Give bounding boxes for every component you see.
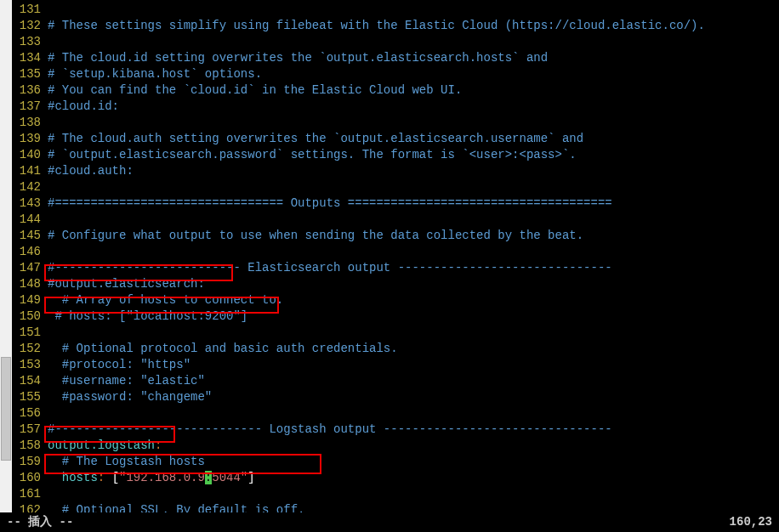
line-number: 150 xyxy=(14,308,41,325)
line-number: 142 xyxy=(14,179,41,195)
code-line[interactable]: 155 #password: "changeme" xyxy=(14,389,779,405)
code-editor[interactable]: 131132# These settings simplify using fi… xyxy=(0,0,779,532)
code-line[interactable]: 144 xyxy=(14,212,779,228)
line-number: 143 xyxy=(14,195,41,212)
line-number: 132 xyxy=(14,18,41,34)
line-content: # You can find the `cloud.id` in the Ela… xyxy=(48,82,462,99)
line-number: 139 xyxy=(14,131,41,147)
line-content: #username: "elastic" xyxy=(48,373,205,389)
line-content: # `setup.kibana.host` options. xyxy=(48,66,262,82)
code-line[interactable]: 134# The cloud.id setting overwrites the… xyxy=(14,50,779,66)
code-line[interactable]: 131 xyxy=(14,2,779,18)
line-content: #protocol: "https" xyxy=(48,357,190,373)
line-content: # hosts: ["localhost:9200"] xyxy=(48,308,247,325)
line-content: # Array of hosts to connect to. xyxy=(48,292,283,308)
line-number: 135 xyxy=(14,66,41,82)
code-line[interactable]: 158output.logstash: xyxy=(14,438,779,454)
line-number: 138 xyxy=(14,115,41,131)
code-line[interactable]: 138 xyxy=(14,115,779,131)
line-number: 144 xyxy=(14,212,41,228)
line-content: # The Logstash hosts xyxy=(48,454,205,470)
code-line[interactable]: 133 xyxy=(14,34,779,50)
line-number: 133 xyxy=(14,34,41,50)
line-number: 149 xyxy=(14,292,41,308)
code-line[interactable]: 132# These settings simplify using fileb… xyxy=(14,18,779,34)
line-number: 147 xyxy=(14,260,41,276)
code-line[interactable]: 136# You can find the `cloud.id` in the … xyxy=(14,82,779,99)
code-line[interactable]: 151 xyxy=(14,325,779,341)
code-line[interactable]: 161 xyxy=(14,486,779,502)
code-line[interactable]: 159 # The Logstash hosts xyxy=(14,454,779,470)
line-content: #cloud.id: xyxy=(48,99,119,115)
line-content: #================================ Output… xyxy=(48,195,612,212)
code-line[interactable]: 145# Configure what output to use when s… xyxy=(14,228,779,244)
line-content: # These settings simplify using filebeat… xyxy=(48,18,705,34)
line-content: # Optional protocol and basic auth crede… xyxy=(48,341,398,357)
code-line[interactable]: 141#cloud.auth: xyxy=(14,163,779,179)
line-number: 160 xyxy=(14,470,41,486)
code-line[interactable]: 140# `output.elasticsearch.password` set… xyxy=(14,147,779,163)
line-number: 145 xyxy=(14,228,41,244)
code-line[interactable]: 143#================================ Out… xyxy=(14,195,779,212)
vim-mode: -- 插入 -- xyxy=(7,514,73,530)
code-line[interactable]: 149 # Array of hosts to connect to. xyxy=(14,292,779,308)
line-number: 156 xyxy=(14,405,41,422)
line-number: 136 xyxy=(14,82,41,99)
code-line[interactable]: 156 xyxy=(14,405,779,422)
line-number: 161 xyxy=(14,486,41,502)
line-content: # Configure what output to use when send… xyxy=(48,228,583,244)
code-line[interactable]: 150 # hosts: ["localhost:9200"] xyxy=(14,308,779,325)
line-number: 148 xyxy=(14,276,41,292)
code-line[interactable]: 157#----------------------------- Logsta… xyxy=(14,422,779,438)
code-line[interactable]: 147#-------------------------- Elasticse… xyxy=(14,260,779,276)
line-number: 146 xyxy=(14,244,41,260)
line-number: 137 xyxy=(14,99,41,115)
code-line[interactable]: 146 xyxy=(14,244,779,260)
line-content: hosts: ["192.168.0.9:5044"] xyxy=(48,470,255,486)
code-line[interactable]: 137#cloud.id: xyxy=(14,99,779,115)
line-content: # `output.elasticsearch.password` settin… xyxy=(48,147,577,163)
code-line[interactable]: 148#output.elasticsearch: xyxy=(14,276,779,292)
code-line[interactable]: 142 xyxy=(14,179,779,195)
line-number: 153 xyxy=(14,357,41,373)
vim-cursor-position: 160,23 xyxy=(730,514,772,530)
line-number: 131 xyxy=(14,2,41,18)
line-number: 157 xyxy=(14,422,41,438)
line-number: 152 xyxy=(14,341,41,357)
line-content: #-------------------------- Elasticsearc… xyxy=(48,260,612,276)
vertical-scrollbar[interactable] xyxy=(0,0,12,515)
line-number: 154 xyxy=(14,373,41,389)
code-line[interactable]: 153 #protocol: "https" xyxy=(14,357,779,373)
line-number: 141 xyxy=(14,163,41,179)
line-number: 155 xyxy=(14,389,41,405)
code-line[interactable]: 160 hosts: ["192.168.0.9:5044"] xyxy=(14,470,779,486)
vim-status-bar: -- 插入 -- 160,23 xyxy=(0,512,779,532)
line-number: 159 xyxy=(14,454,41,470)
line-content: # The cloud.auth setting overwrites the … xyxy=(48,131,583,147)
line-number: 151 xyxy=(14,325,41,341)
line-number: 140 xyxy=(14,147,41,163)
line-content: #output.elasticsearch: xyxy=(48,276,205,292)
line-number: 158 xyxy=(14,438,41,454)
line-content: #cloud.auth: xyxy=(48,163,134,179)
code-line[interactable]: 135# `setup.kibana.host` options. xyxy=(14,66,779,82)
code-line[interactable]: 139# The cloud.auth setting overwrites t… xyxy=(14,131,779,147)
line-content: #----------------------------- Logstash … xyxy=(48,422,612,438)
code-line[interactable]: 154 #username: "elastic" xyxy=(14,373,779,389)
line-content: #password: "changeme" xyxy=(48,389,212,405)
line-number: 134 xyxy=(14,50,41,66)
line-content: output.logstash: xyxy=(48,438,162,454)
code-line[interactable]: 152 # Optional protocol and basic auth c… xyxy=(14,341,779,357)
line-content: # The cloud.id setting overwrites the `o… xyxy=(48,50,548,66)
